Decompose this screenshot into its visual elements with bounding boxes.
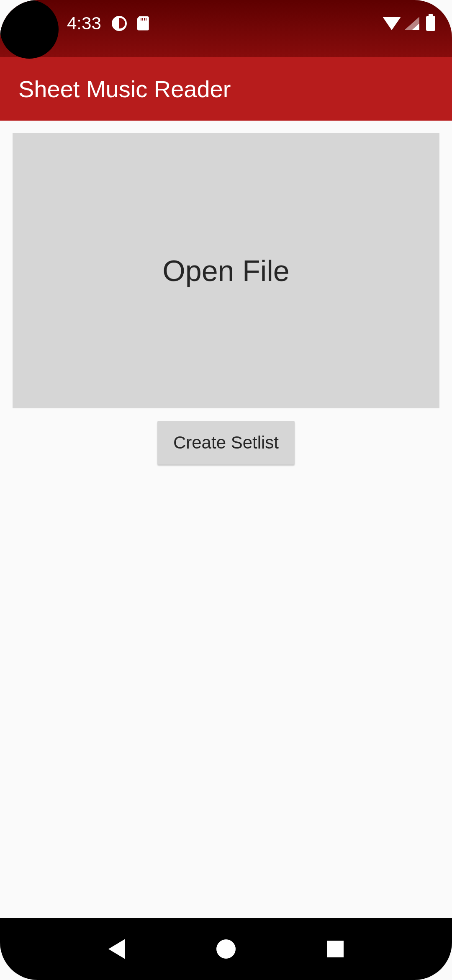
status-time: 4:33 <box>67 13 101 34</box>
open-file-button[interactable]: Open File <box>13 133 439 408</box>
battery-icon <box>426 16 435 31</box>
back-button-icon[interactable] <box>108 939 125 959</box>
cellular-signal-icon <box>404 17 419 30</box>
sd-card-icon <box>137 16 149 31</box>
content-area: Open File Create Setlist <box>0 121 452 477</box>
open-file-label: Open File <box>162 254 289 288</box>
camera-cutout <box>0 0 59 59</box>
create-setlist-button[interactable]: Create Setlist <box>157 421 295 464</box>
create-setlist-label: Create Setlist <box>173 433 279 452</box>
app-bar: Sheet Music Reader <box>0 57 452 121</box>
recent-apps-button-icon[interactable] <box>327 941 344 957</box>
app-title: Sheet Music Reader <box>18 75 231 103</box>
data-saver-icon <box>112 16 127 31</box>
status-bar: 4:33 <box>0 0 452 57</box>
wifi-icon <box>383 17 401 30</box>
home-button-icon[interactable] <box>216 939 236 959</box>
navigation-bar <box>0 918 452 980</box>
